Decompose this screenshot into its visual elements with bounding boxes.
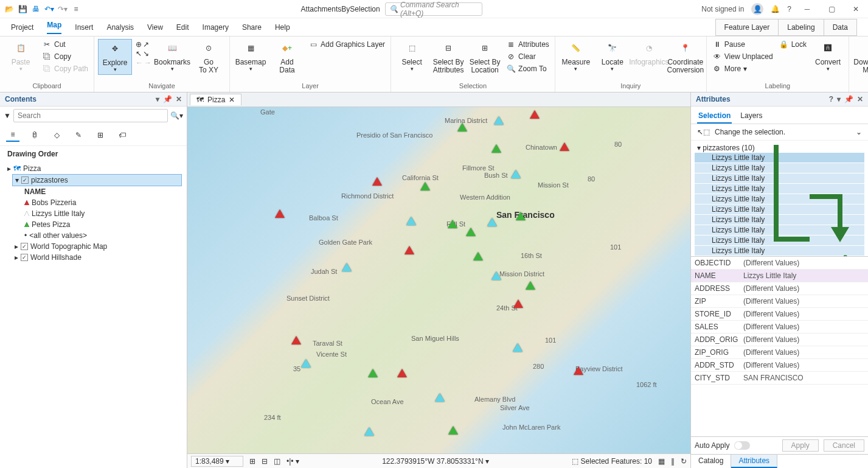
map-marker-r[interactable] [404,246,414,254]
prev-extent-icon[interactable]: ↖ [136,49,142,58]
attr-close-icon[interactable]: ✕ [857,95,863,103]
map-marker-g[interactable] [448,220,457,228]
map-marker-c[interactable] [494,116,504,125]
attr-pin-icon[interactable]: 📌 [844,95,853,103]
back-icon[interactable]: ← [136,58,143,67]
full-extent-icon[interactable]: ⊕ [136,40,142,49]
menu-share[interactable]: Share [242,23,262,32]
tab-layers[interactable]: Layers [739,109,763,124]
feature-row[interactable]: Lizzys Little Italy [695,153,864,163]
apply-button[interactable]: Apply [782,439,819,452]
undo-icon[interactable]: ↶▾ [44,4,55,15]
map-marker-g[interactable] [448,426,458,435]
command-search[interactable]: 🔍 Command Search (Alt+Q) [385,2,482,16]
field-row[interactable]: ZIP(Different Values) [691,295,868,308]
goto-xy-button[interactable]: ⊙Go To XY [192,39,226,75]
convert-button[interactable]: 🅰Convert▾ [811,39,845,74]
basemap-hillshade[interactable]: ▸✓World Hillshade [12,252,182,263]
zoom-to-button[interactable]: 🔍Zoom To [504,63,551,74]
feature-row[interactable]: Lizzys Little Italy [695,246,864,256]
map-marker-c[interactable] [364,427,374,436]
menu-edit[interactable]: Edit [176,23,189,32]
field-row[interactable]: OBJECTID(Different Values) [691,257,868,270]
symbol-green[interactable]: Petes Pizza [22,219,182,230]
pin-icon[interactable]: 📌 [163,95,172,103]
map-marker-g[interactable] [420,182,430,190]
menu-imagery[interactable]: Imagery [203,23,229,32]
status-tool1[interactable]: ⊞ [249,457,255,466]
add-data-button[interactable]: ◆+Add Data [270,39,304,75]
map-marker-g[interactable] [473,252,483,260]
map-marker-r[interactable] [275,209,285,218]
download-map-button[interactable]: ⬇Download Map [853,39,868,75]
open-project-icon[interactable]: 📂 [4,4,15,15]
map-marker-r[interactable] [397,369,407,377]
select-by-loc-button[interactable]: ⊞Select By Location [468,39,502,75]
drawing-order-icon[interactable]: ≡ [6,128,19,142]
measure-button[interactable]: 📏Measure▾ [559,39,593,74]
map-marker-c[interactable] [435,393,445,402]
close-button[interactable]: ✕ [847,3,864,15]
feature-root[interactable]: ▾ pizzastores (10) [695,143,864,153]
field-row[interactable]: STORE_ID(Different Values) [691,308,868,321]
symbol-white[interactable]: Lizzys Little Italy [22,208,182,219]
map-marker-r[interactable] [574,366,583,375]
feature-row[interactable]: Lizzys Little Italy [695,184,864,194]
map-canvas[interactable]: GateMarina DistrictChinatownPresidio of … [187,107,690,453]
contents-search[interactable] [13,109,168,122]
tab-feature-layer[interactable]: Feature Layer [715,19,779,36]
save-icon[interactable]: 💾 [17,4,28,15]
help-icon[interactable]: ? [787,5,791,13]
fixed-zoom-in-icon[interactable]: ↗ [143,40,149,49]
print-icon[interactable]: 🖶 [30,4,41,15]
field-row[interactable]: ADDR_ORIG(Different Values) [691,334,868,346]
feature-row[interactable]: Lizzys Little Italy [695,204,864,215]
map-marker-c[interactable] [301,359,311,368]
status-tool2[interactable]: ⊟ [262,457,268,466]
select-by-attr-button[interactable]: ⊟Select By Attributes [431,39,465,75]
clear-button[interactable]: ⊘Clear [504,51,551,62]
field-row[interactable]: NAMELizzys Little Italy [691,270,868,282]
field-row[interactable]: ADDR_STD(Different Values) [691,359,868,372]
map-marker-g[interactable] [368,369,378,377]
feature-row[interactable]: Lizzys Little Italy [695,236,864,246]
expand-icon[interactable]: ⌄ [856,128,862,136]
selection-icon[interactable]: ◇ [50,128,63,142]
map-marker-g[interactable] [526,281,535,290]
map-marker-c[interactable] [491,271,501,280]
map-marker-c[interactable] [513,343,523,352]
attributes-button[interactable]: ≣Attributes [504,39,551,50]
feature-row[interactable]: Lizzys Little Italy [695,194,864,204]
menu-insert[interactable]: Insert [75,23,93,32]
search-go-icon[interactable]: 🔍▾ [170,111,183,120]
lock-button[interactable]: 🔒Lock [777,39,808,50]
labeling-icon[interactable]: 🏷 [116,128,129,142]
map-marker-c[interactable] [511,170,521,178]
minimize-button[interactable]: ─ [799,3,816,15]
feature-row[interactable]: Lizzys Little Italy [695,173,864,184]
map-node[interactable]: ▸🗺Pizza [5,163,182,174]
status-a[interactable]: ▦ [658,457,665,466]
feature-row[interactable]: Lizzys Little Italy [695,163,864,173]
map-marker-g[interactable] [457,123,467,131]
explore-button[interactable]: ✥Explore▾ [98,39,132,75]
menu-project[interactable]: Project [11,23,33,32]
basemap-button[interactable]: ▦Basemap▾ [234,39,268,74]
paste-button[interactable]: 📋Paste▾ [4,39,38,74]
signin-status[interactable]: Not signed in [701,5,744,13]
locate-button[interactable]: 🔭Locate▾ [595,39,630,74]
tab-selection[interactable]: Selection [697,109,732,124]
map-marker-g[interactable] [466,228,476,236]
status-b[interactable]: ‖ [671,457,675,466]
map-marker-r[interactable] [530,110,540,119]
notifications-icon[interactable]: 🔔 [771,5,780,13]
copy-button[interactable]: ⿻Copy [40,51,90,62]
map-marker-r[interactable] [560,142,569,151]
snapping-icon[interactable]: ⊞ [94,128,107,142]
map-marker-r[interactable] [291,336,301,344]
field-row[interactable]: CITY_STDSAN FRANCISCO [691,372,868,385]
pause-button[interactable]: ⏸Pause [710,39,775,50]
user-icon[interactable]: 👤 [751,3,763,15]
field-row[interactable]: SALES(Different Values) [691,321,868,334]
attr-menu-icon[interactable]: ▾ [837,95,841,103]
